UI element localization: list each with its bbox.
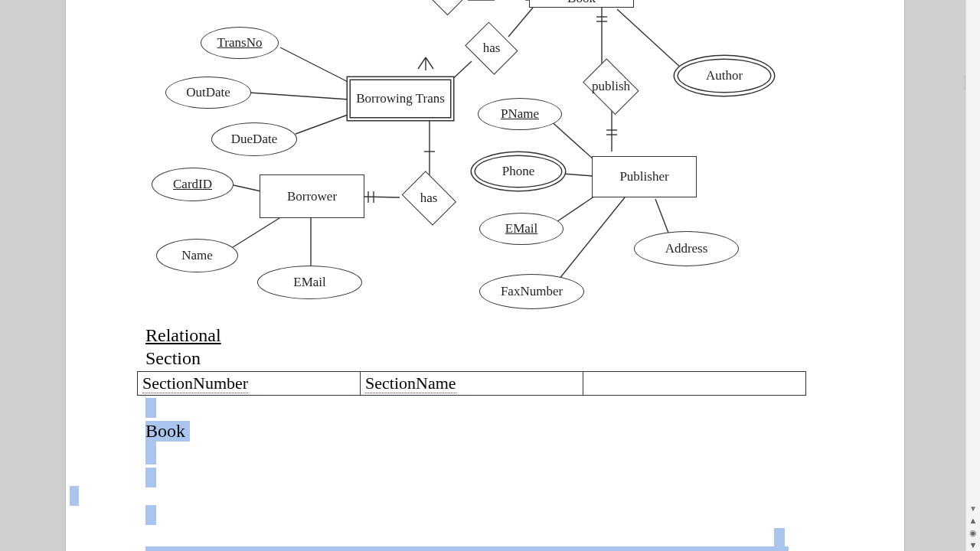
attribute-address: Address (634, 231, 739, 266)
vertical-scrollbar[interactable]: ▼ ▲ ◉ ▼ (965, 0, 980, 551)
selection-fragment (774, 528, 785, 548)
relationship-exists: Exists (414, 0, 468, 8)
previous-page-button[interactable]: ▲ (966, 514, 980, 527)
selection-fragment (145, 546, 789, 551)
heading-relational[interactable]: Relational (145, 325, 221, 346)
selection-fragment (145, 505, 156, 525)
svg-line-13 (364, 197, 400, 197)
attribute-phone-multivalued: Phone (475, 156, 561, 187)
attribute-label: FaxNumber (501, 284, 563, 299)
relationship-label: has (420, 191, 438, 206)
entity-label: Borrowing Trans (356, 91, 445, 106)
entity-publisher: Publisher (592, 156, 697, 197)
attribute-label: EMail (505, 221, 538, 236)
attribute-pname: PName (478, 98, 562, 130)
attribute-label: Author (706, 68, 743, 83)
attribute-label: Phone (502, 164, 535, 179)
entity-label: Publisher (619, 169, 668, 184)
next-page-button[interactable]: ▼ (966, 539, 980, 551)
table-header-1: SectionName (365, 373, 456, 393)
attribute-author-multivalued: Author (678, 60, 770, 92)
selection-fragment (70, 486, 79, 506)
selection-region[interactable]: Book (145, 398, 190, 491)
relationship-has-bottom: has (400, 176, 458, 220)
attribute-label: PName (501, 106, 539, 122)
relationship-has-top: has (464, 26, 519, 70)
svg-line-7 (617, 9, 682, 69)
scroll-down-arrow[interactable]: ▼ (966, 502, 980, 514)
entity-label: Book (567, 0, 596, 6)
table-row: SectionNumber SectionName (138, 372, 806, 396)
attribute-label: EMail (293, 275, 326, 290)
heading-section[interactable]: Section (145, 348, 201, 369)
attribute-label: OutDate (186, 85, 230, 100)
relationship-label: Exists (425, 0, 457, 2)
attribute-label: Address (665, 241, 708, 256)
attribute-label: CardID (173, 177, 212, 192)
section-schema-table[interactable]: SectionNumber SectionName (137, 371, 806, 396)
svg-line-1 (238, 92, 349, 99)
attribute-name: Name (156, 239, 238, 272)
relationship-label: publish (592, 79, 630, 94)
attribute-outdate: OutDate (165, 77, 251, 109)
attribute-faxnumber: FaxNumber (479, 274, 584, 309)
attribute-transno: TransNo (201, 27, 279, 59)
attribute-cardid: CardID (152, 168, 234, 201)
relationship-label: has (483, 41, 501, 56)
entity-book: Book (529, 0, 634, 8)
attribute-email-borrower: EMail (257, 266, 362, 299)
document-page: Book Exists TransNo OutDate DueDate Borr… (65, 0, 905, 551)
entity-label: Borrower (287, 189, 337, 204)
attribute-label: DueDate (231, 132, 277, 147)
object-browse-button[interactable]: ◉ (966, 527, 980, 539)
attribute-label: TransNo (217, 35, 263, 51)
entity-borrower: Borrower (260, 174, 364, 218)
attribute-email-publisher: EMail (479, 213, 564, 245)
er-diagram-canvas: Book Exists TransNo OutDate DueDate Borr… (66, 0, 904, 551)
relationship-publish: publish (580, 64, 642, 109)
entity-borrowing-trans: Borrowing Trans (351, 80, 450, 117)
svg-line-11 (556, 197, 625, 283)
attribute-duedate: DueDate (211, 122, 297, 156)
attribute-label: Name (181, 248, 213, 263)
heading-book: Book (145, 421, 190, 442)
table-header-0: SectionNumber (142, 373, 248, 393)
